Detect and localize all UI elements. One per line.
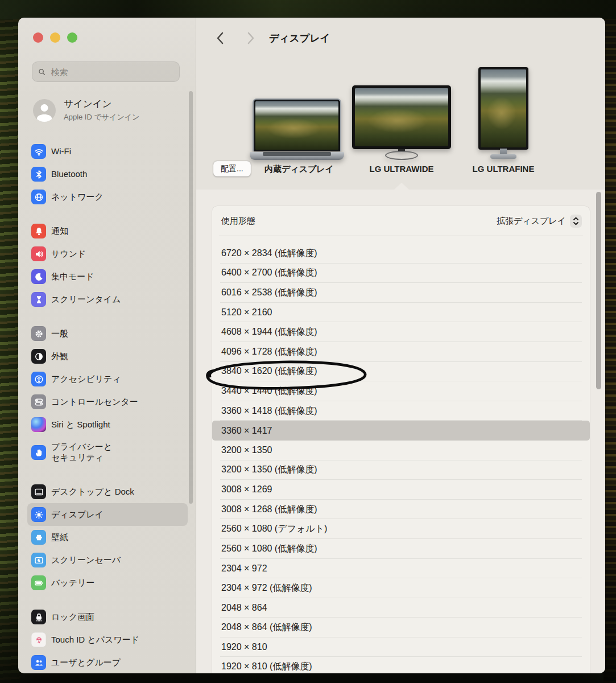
sidebar-item-label: バッテリー xyxy=(51,578,94,589)
screensaver-icon xyxy=(31,553,46,567)
resolution-row[interactable]: 3200 × 1350 xyxy=(212,441,590,460)
system-settings-window: サインイン Apple ID でサインイン Wi-FiBluetoothネットワ… xyxy=(18,18,605,673)
resolution-label: 3440 × 1440 (低解像度) xyxy=(221,385,317,397)
usage-mode-popup[interactable]: 拡張ディスプレイ xyxy=(497,215,582,228)
display-settings-sheet: 使用形態 拡張ディスプレイ 6720 × 2834 (低解像度)6400 × 2… xyxy=(196,190,605,673)
resolution-label: 4096 × 1728 (低解像度) xyxy=(221,346,317,358)
resolution-row[interactable]: 2048 × 864 xyxy=(212,598,590,618)
resolution-row[interactable]: 3008 × 1269 xyxy=(212,480,590,500)
sidebar-scrollbar[interactable] xyxy=(189,91,193,504)
users-icon xyxy=(31,655,46,670)
resolution-row[interactable]: 6016 × 2538 (低解像度) xyxy=(212,283,590,303)
resolution-row-selected[interactable]: 3360 × 1417 xyxy=(212,421,590,441)
sidebar-item-speaker[interactable]: サウンド xyxy=(27,242,188,265)
resolution-list: 6720 × 2834 (低解像度)6400 × 2700 (低解像度)6016… xyxy=(212,236,590,673)
usage-mode-value: 拡張ディスプレイ xyxy=(497,216,566,227)
display-thumbnail-ultrafine[interactable] xyxy=(478,67,528,159)
updown-chevrons-icon xyxy=(570,215,582,228)
sidebar-item-wifi[interactable]: Wi-Fi xyxy=(27,140,188,163)
hand-icon xyxy=(31,445,46,460)
sidebar-group: デスクトップと Dockディスプレイ壁紙スクリーンセーババッテリー xyxy=(18,480,196,594)
sidebar-item-label: ロック画面 xyxy=(51,612,94,623)
sidebar-item-display-sun[interactable]: ディスプレイ xyxy=(27,503,188,526)
builtin-display-screen xyxy=(253,98,341,151)
sidebar-item-screensaver[interactable]: スクリーンセーバ xyxy=(27,549,188,571)
hourglass-icon xyxy=(31,292,46,307)
sidebar-item-siri[interactable]: Siri と Spotlight xyxy=(27,413,188,436)
resolution-row[interactable]: 2048 × 864 (低解像度) xyxy=(212,618,590,637)
sidebar-item-label: 一般 xyxy=(51,328,68,339)
sidebar-item-label: アクセシビリティ xyxy=(51,374,121,385)
resolution-label: 2048 × 864 xyxy=(221,603,267,613)
siri-icon xyxy=(31,417,46,432)
resolution-row[interactable]: 1920 × 810 (低解像度) xyxy=(212,657,590,673)
desktop-wallpaper-left xyxy=(0,0,20,683)
forward-button[interactable] xyxy=(243,31,257,46)
sidebar-item-appearance[interactable]: 外観 xyxy=(27,345,188,368)
resolution-label: 3840 × 1620 (低解像度) xyxy=(221,365,317,377)
main-scrollbar[interactable] xyxy=(596,192,601,389)
resolution-row[interactable]: 3360 × 1418 (低解像度) xyxy=(212,401,590,421)
resolution-row[interactable]: 3440 × 1440 (低解像度) xyxy=(212,381,590,401)
sidebar-item-lock[interactable]: ロック画面 xyxy=(27,606,188,628)
sidebar-item-label: ネットワーク xyxy=(51,192,104,203)
page-title: ディスプレイ xyxy=(269,31,330,45)
resolution-row[interactable]: 1920 × 810 xyxy=(212,637,590,657)
control-center-icon xyxy=(31,394,46,409)
desktop: { "header": { "title": "ディスプレイ" }, "side… xyxy=(0,0,616,683)
sidebar-item-battery[interactable]: バッテリー xyxy=(27,571,188,594)
display-thumbnail-builtin[interactable] xyxy=(253,98,344,160)
close-button[interactable] xyxy=(33,32,43,43)
desktop-wallpaper-right xyxy=(603,0,616,683)
resolution-row[interactable]: 3840 × 1620 (低解像度) xyxy=(212,362,590,382)
sidebar-item-accessibility[interactable]: アクセシビリティ xyxy=(27,368,188,390)
search-input[interactable] xyxy=(49,67,173,77)
sidebar-item-desktop-dock[interactable]: デスクトップと Dock xyxy=(27,480,188,503)
resolution-label: 2304 × 972 (低解像度) xyxy=(221,582,312,594)
minimize-button[interactable] xyxy=(50,32,60,43)
sidebar-item-signin[interactable]: サインイン Apple ID でサインイン xyxy=(33,98,139,122)
resolution-row[interactable]: 6400 × 2700 (低解像度) xyxy=(212,264,590,283)
sidebar-item-wallpaper[interactable]: 壁紙 xyxy=(27,526,188,549)
bell-icon xyxy=(31,224,46,238)
sidebar-item-hand[interactable]: プライバシーと セキュリティ xyxy=(27,436,188,469)
arrange-button[interactable]: 配置... xyxy=(213,161,251,176)
sidebar-item-moon[interactable]: 集中モード xyxy=(27,265,188,288)
zoom-button[interactable] xyxy=(67,32,77,43)
resolution-row[interactable]: 3200 × 1350 (低解像度) xyxy=(212,460,590,480)
sidebar-item-label: ユーザとグループ xyxy=(51,657,121,668)
resolution-label: 3200 × 1350 (低解像度) xyxy=(221,464,317,476)
sidebar-item-label: 通知 xyxy=(51,226,68,237)
back-button[interactable] xyxy=(214,31,228,46)
avatar-person-icon xyxy=(33,99,56,122)
resolution-row[interactable]: 4096 × 1728 (低解像度) xyxy=(212,342,590,362)
sidebar-item-users[interactable]: ユーザとグループ xyxy=(27,651,188,673)
resolution-row[interactable]: 3008 × 1268 (低解像度) xyxy=(212,500,590,520)
resolution-row[interactable]: 2304 × 972 xyxy=(212,559,590,579)
resolution-row[interactable]: 4608 × 1944 (低解像度) xyxy=(212,322,590,342)
sidebar-item-hourglass[interactable]: スクリーンタイム xyxy=(27,288,188,311)
sidebar-item-bell[interactable]: 通知 xyxy=(27,220,188,242)
sidebar: サインイン Apple ID でサインイン Wi-FiBluetoothネットワ… xyxy=(18,18,196,673)
sidebar-item-gear[interactable]: 一般 xyxy=(27,322,188,345)
appearance-icon xyxy=(31,349,46,364)
resolution-row[interactable]: 2560 × 1080 (低解像度) xyxy=(212,539,590,559)
resolution-row[interactable]: 2304 × 972 (低解像度) xyxy=(212,578,590,598)
sidebar-item-label: 外観 xyxy=(51,351,68,362)
sidebar-item-control-center[interactable]: コントロールセンター xyxy=(27,390,188,413)
resolution-row[interactable]: 5120 × 2160 xyxy=(212,303,590,323)
search-field[interactable] xyxy=(32,61,180,82)
display-thumbnail-ultrawide[interactable] xyxy=(352,85,451,160)
resolution-row[interactable]: 6720 × 2834 (低解像度) xyxy=(212,244,590,264)
sidebar-item-label: Siri と Spotlight xyxy=(51,419,110,430)
sidebar-item-label: デスクトップと Dock xyxy=(51,487,134,497)
sidebar-item-touchid[interactable]: Touch ID とパスワード xyxy=(27,628,188,651)
lock-icon xyxy=(31,610,46,624)
speaker-icon xyxy=(31,246,46,261)
resolution-row[interactable]: 2560 × 1080 (デフォルト) xyxy=(212,519,590,539)
desktop-dock-icon xyxy=(31,484,46,499)
sidebar-item-bluetooth[interactable]: Bluetooth xyxy=(27,163,188,186)
resolution-label: 3360 × 1417 xyxy=(221,426,272,436)
touchid-icon xyxy=(31,632,46,647)
sidebar-item-globe[interactable]: ネットワーク xyxy=(27,186,188,208)
